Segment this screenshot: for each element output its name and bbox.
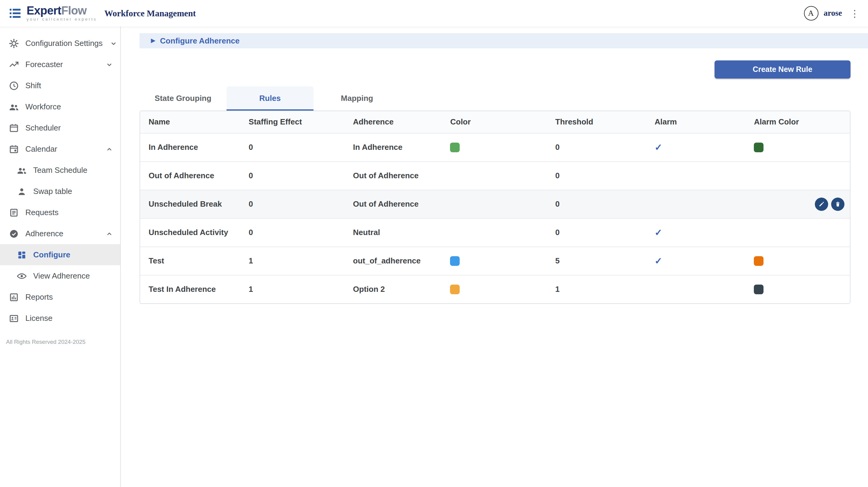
table-row[interactable]: In Adherence 0 In Adherence 0 ✓ bbox=[140, 133, 850, 161]
table-header-row: NameStaffing EffectAdherenceColorThresho… bbox=[140, 111, 850, 133]
alarm-cell: ✓ bbox=[646, 218, 746, 246]
sidebar-item-forecaster[interactable]: Forecaster bbox=[0, 54, 120, 75]
column-header-threshold: Threshold bbox=[547, 111, 646, 133]
sidebar-item-label: Shift bbox=[25, 81, 114, 90]
sidebar-item-swap-table[interactable]: Swap table bbox=[0, 181, 120, 202]
tab-mapping[interactable]: Mapping bbox=[313, 86, 401, 111]
table-row[interactable]: Test In Adherence 1 Option 2 1 bbox=[140, 275, 850, 303]
tabs: State GroupingRulesMapping bbox=[140, 86, 850, 111]
avatar[interactable]: A bbox=[804, 6, 818, 21]
badge-icon bbox=[8, 313, 19, 324]
sidebar-item-label: Adherence bbox=[25, 229, 98, 238]
sidebar-item-label: License bbox=[25, 313, 114, 323]
brand: ExpertFlow your callcenter experts bbox=[8, 5, 97, 22]
table-row[interactable]: Out of Adherence 0 Out of Adherence 0 bbox=[140, 161, 850, 190]
alarm-check-icon: ✓ bbox=[655, 142, 662, 152]
list-icon bbox=[8, 207, 19, 218]
rules-table: NameStaffing EffectAdherenceColorThresho… bbox=[140, 111, 850, 304]
main-content: ▶ Configure Adherence Create New Rule St… bbox=[121, 27, 868, 487]
color-cell bbox=[442, 246, 547, 275]
logo-text: ExpertFlow your callcenter experts bbox=[27, 5, 97, 22]
logo-expert: Expert bbox=[27, 4, 61, 17]
sidebar-item-requests[interactable]: Requests bbox=[0, 202, 120, 223]
sidebar-item-scheduler[interactable]: Scheduler bbox=[0, 117, 120, 139]
sidebar-item-label: Swap table bbox=[33, 187, 114, 196]
trending-icon bbox=[8, 59, 19, 70]
alarm-cell bbox=[646, 190, 746, 218]
threshold-value: 5 bbox=[547, 246, 646, 275]
sidebar: Configuration Settings Forecaster Shift … bbox=[0, 27, 121, 487]
alarm-color-swatch[interactable] bbox=[754, 256, 764, 266]
sidebar-item-adherence[interactable]: Adherence bbox=[0, 223, 120, 244]
toolbar: Create New Rule bbox=[140, 60, 850, 79]
column-header-adherence: Adherence bbox=[345, 111, 442, 133]
color-swatch[interactable] bbox=[450, 143, 460, 152]
alarm-cell bbox=[646, 161, 746, 190]
sidebar-item-license[interactable]: License bbox=[0, 308, 120, 329]
top-header: ExpertFlow your callcenter experts Workf… bbox=[0, 0, 868, 27]
chevron-down-icon[interactable] bbox=[109, 38, 118, 48]
tab-rules[interactable]: Rules bbox=[226, 86, 313, 111]
delete-rule-button[interactable] bbox=[831, 197, 844, 211]
chevron-down-icon[interactable] bbox=[104, 60, 114, 69]
color-swatch[interactable] bbox=[450, 256, 460, 266]
alarm-check-icon: ✓ bbox=[655, 255, 662, 266]
adherence-value: Out of Adherence bbox=[345, 190, 442, 218]
chevron-up-icon[interactable] bbox=[104, 229, 114, 238]
alarm-color-cell bbox=[746, 218, 850, 246]
chevron-up-icon[interactable] bbox=[104, 144, 114, 154]
sidebar-item-reports[interactable]: Reports bbox=[0, 286, 120, 308]
rule-name: Unscheduled Break bbox=[140, 190, 240, 218]
table-row[interactable]: Unscheduled Activity 0 Neutral 0 ✓ bbox=[140, 218, 850, 246]
alarm-color-cell bbox=[746, 190, 850, 218]
table-row[interactable]: Unscheduled Break 0 Out of Adherence 0 bbox=[140, 190, 850, 218]
alarm-color-swatch[interactable] bbox=[754, 284, 764, 294]
alarm-color-swatch[interactable] bbox=[754, 143, 764, 152]
threshold-value: 0 bbox=[547, 218, 646, 246]
sidebar-item-configure[interactable]: Configure bbox=[0, 244, 120, 265]
alarm-color-cell bbox=[746, 161, 850, 190]
breadcrumb-arrow-icon[interactable]: ▶ bbox=[151, 38, 155, 43]
breadcrumb-label: Configure Adherence bbox=[160, 36, 240, 45]
edit-rule-button[interactable] bbox=[815, 197, 828, 211]
sidebar-item-calendar[interactable]: Calendar bbox=[0, 139, 120, 159]
column-header-alarm-color: Alarm Color bbox=[746, 111, 850, 133]
adherence-value: Out of Adherence bbox=[345, 161, 442, 190]
rule-name: Unscheduled Activity bbox=[140, 218, 240, 246]
breadcrumb[interactable]: ▶ Configure Adherence bbox=[140, 33, 868, 48]
sidebar-item-configuration-settings[interactable]: Configuration Settings bbox=[0, 33, 120, 54]
column-header-color: Color bbox=[442, 111, 547, 133]
logo-tagline: your callcenter experts bbox=[27, 18, 97, 22]
create-new-rule-button[interactable]: Create New Rule bbox=[715, 60, 850, 79]
threshold-value: 0 bbox=[547, 133, 646, 161]
expertflow-logo-icon bbox=[8, 6, 23, 21]
adherence-value: Option 2 bbox=[345, 275, 442, 303]
tab-state-grouping[interactable]: State Grouping bbox=[140, 86, 226, 111]
column-header-staffing-effect: Staffing Effect bbox=[240, 111, 344, 133]
staffing-effect-value: 0 bbox=[240, 190, 344, 218]
staffing-effect-value: 0 bbox=[240, 218, 344, 246]
calendar-icon bbox=[8, 122, 19, 133]
app: ExpertFlow your callcenter experts Workf… bbox=[0, 0, 868, 487]
sidebar-item-workforce[interactable]: Workforce bbox=[0, 96, 120, 117]
column-header-name: Name bbox=[140, 111, 240, 133]
user-menu: A arose ⋮ bbox=[804, 6, 860, 21]
sidebar-item-label: Requests bbox=[25, 208, 114, 217]
table-row[interactable]: Test 1 out_of_adherence 5 ✓ bbox=[140, 246, 850, 275]
sidebar-item-label: Team Schedule bbox=[33, 165, 114, 175]
sidebar-item-team-schedule[interactable]: Team Schedule bbox=[0, 159, 120, 181]
eye-icon bbox=[16, 270, 27, 281]
alarm-check-icon: ✓ bbox=[655, 227, 662, 237]
alarm-color-cell bbox=[746, 246, 850, 275]
color-cell bbox=[442, 218, 547, 246]
threshold-value: 1 bbox=[547, 275, 646, 303]
sidebar-item-label: Forecaster bbox=[25, 60, 98, 69]
sidebar-item-label: Configure bbox=[33, 250, 114, 259]
alarm-color-cell bbox=[746, 133, 850, 161]
sidebar-item-shift[interactable]: Shift bbox=[0, 75, 120, 96]
threshold-value: 0 bbox=[547, 190, 646, 218]
sidebar-item-view-adherence[interactable]: View Adherence bbox=[0, 265, 120, 286]
clock-icon bbox=[8, 80, 19, 91]
kebab-menu-icon[interactable]: ⋮ bbox=[850, 7, 860, 19]
color-swatch[interactable] bbox=[450, 284, 460, 294]
